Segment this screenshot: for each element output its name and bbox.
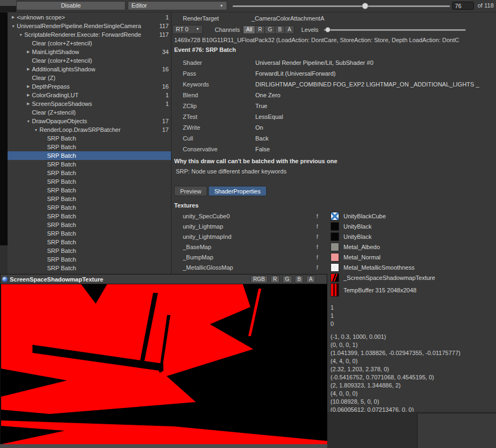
texture-row: _MetallicGlossMapfMetal_MetallicSmoothne… — [171, 262, 496, 272]
levels-slider[interactable] — [324, 29, 466, 31]
frame-slider-thumb[interactable] — [362, 3, 368, 9]
foldout-expanded-icon[interactable]: ▼ — [10, 24, 17, 28]
preview-titlebar: ScreenSpaceShadowmapTexture RGBRGBA — [1, 275, 327, 284]
tree-item-label: SRP Batch — [47, 230, 76, 237]
editor-dropdown[interactable]: Editor ▼ — [128, 1, 227, 10]
preview-channel-g-button[interactable]: G — [282, 276, 292, 283]
channel-g-button[interactable]: G — [265, 25, 275, 34]
tree-item-label: SRP Batch — [47, 170, 76, 176]
batch-break-reason: SRP: Node use different shader keywords — [176, 168, 287, 175]
tree-item[interactable]: SRP Batch — [8, 246, 171, 255]
tree-item-count: 16 — [158, 66, 169, 72]
tree-item[interactable]: SRP Batch — [8, 143, 171, 151]
texture-name: Metal_Normal — [343, 254, 380, 260]
foldout-expanded-icon[interactable]: ▼ — [25, 119, 32, 123]
tree-item[interactable]: SRP Batch — [8, 169, 171, 177]
tree-item[interactable]: SRP Batch — [8, 220, 171, 229]
texture-thumbnail-icon[interactable] — [330, 232, 339, 241]
tree-item[interactable]: SRP Batch — [8, 203, 171, 212]
foldout-collapsed-icon[interactable]: ▶ — [25, 93, 32, 97]
preview-channel-rgb-button[interactable]: RGB — [250, 276, 268, 283]
channel-b-button[interactable]: B — [275, 25, 285, 34]
foldout-collapsed-icon[interactable]: ▶ — [25, 50, 32, 54]
texture-preview-window: ScreenSpaceShadowmapTexture RGBRGBA — [0, 274, 327, 444]
rt-dropdown[interactable]: RT 0 ▼ — [173, 25, 203, 34]
foldout-collapsed-icon[interactable]: ▶ — [10, 15, 17, 19]
tree-item-label: Clear (Z+stencil) — [32, 109, 76, 116]
texture-thumbnail-icon[interactable] — [330, 273, 339, 282]
texture-flag: f — [316, 233, 330, 240]
texture-thumbnail-icon[interactable] — [330, 243, 339, 251]
tree-item[interactable]: Clear (Z) — [8, 73, 171, 82]
levels-label: Levels — [301, 26, 319, 33]
tree-item[interactable]: ▶<unknown scope>1 — [8, 13, 171, 22]
frame-number-input[interactable] — [452, 2, 474, 10]
foldout-expanded-icon[interactable]: ▼ — [32, 128, 39, 132]
preview-content — [1, 284, 327, 444]
texture-thumbnail-icon[interactable] — [330, 212, 339, 220]
property-name: Pass — [183, 70, 255, 77]
tree-item[interactable]: ▼UniversalRenderPipeline.RenderSingleCam… — [8, 22, 171, 30]
tree-item-label: SRP Batch — [47, 256, 76, 263]
tree-item[interactable]: SRP Batch — [8, 186, 171, 195]
tree-item[interactable]: ▼ScriptableRenderer.Execute: ForwardRend… — [8, 30, 171, 39]
texture-thumbnail-icon[interactable] — [330, 283, 339, 297]
tree-item[interactable]: ▶MainLightShadow34 — [8, 48, 171, 56]
frame-slider[interactable] — [233, 5, 450, 7]
texture-thumbnail-icon[interactable] — [330, 253, 339, 262]
texture-thumbnail-icon[interactable] — [330, 222, 339, 231]
property-value: Universal Render Pipeline/Lit, SubShader… — [255, 59, 496, 66]
tree-item[interactable]: SRP Batch — [8, 134, 171, 143]
preview-channel-a-button[interactable]: A — [306, 276, 315, 283]
tree-item-label: SRP Batch — [47, 161, 76, 168]
vector-value: (2, 1.809323, 1.344886, 2) — [330, 382, 460, 390]
tree-item[interactable]: ▶ScreenSpaceShadows1 — [8, 99, 171, 108]
texture-name: Metal_Albedo — [343, 244, 380, 250]
tab-preview[interactable]: Preview — [174, 186, 207, 196]
channel-a-button[interactable]: A — [285, 25, 295, 34]
tree-item[interactable]: Clear (color+Z+stencil) — [8, 39, 171, 48]
property-row: ConservativeFalse — [171, 144, 496, 155]
channel-r-button[interactable]: R — [255, 25, 265, 34]
texture-thumbnail-icon[interactable] — [330, 263, 339, 272]
tree-item[interactable]: SRP Batch — [8, 160, 171, 169]
tree-item[interactable]: ▼DrawOpaqueObjects17 — [8, 117, 171, 125]
tree-item[interactable]: SRP Batch — [8, 195, 171, 203]
foldout-collapsed-icon[interactable]: ▶ — [25, 84, 32, 89]
buffer-info: 1469x728 B10G11R11_UFloatPack32 (LoadAct… — [174, 37, 495, 43]
channel-all-button[interactable]: All — [243, 25, 255, 34]
levels-slider-thumb[interactable] — [325, 27, 330, 32]
preview-channel-r-button[interactable]: R — [270, 276, 280, 283]
tree-item-label: Clear (color+Z+stencil) — [32, 40, 92, 46]
tree-item[interactable]: Clear (Z+stencil) — [8, 108, 171, 117]
tree-item[interactable]: ▼RenderLoop.DrawSRPBatcher17 — [8, 125, 171, 134]
tree-item[interactable]: SRP Batch — [8, 212, 171, 220]
tree-item[interactable]: SRP Batch — [8, 264, 171, 272]
disable-button[interactable]: Disable — [16, 1, 125, 10]
tree-item[interactable]: SRP Batch — [8, 229, 171, 238]
tab-shaderproperties[interactable]: ShaderProperties — [208, 186, 267, 196]
tree-item[interactable]: SRP Batch — [8, 177, 171, 186]
tree-item[interactable]: ▶AdditionalLightsShadow16 — [8, 65, 171, 73]
foldout-expanded-icon[interactable]: ▼ — [17, 33, 24, 37]
property-name: ZWrite — [183, 124, 255, 131]
tree-item-label: RenderLoop.DrawSRPBatcher — [39, 126, 121, 133]
tree-item[interactable]: Clear (color+Z+stencil) — [8, 56, 171, 65]
render-target-value: _CameraColorAttachmentA — [252, 15, 325, 22]
foldout-collapsed-icon[interactable]: ▶ — [25, 67, 32, 71]
preview-channel-b-button[interactable]: B — [295, 276, 304, 283]
tree-item-label: AdditionalLightsShadow — [32, 66, 95, 72]
tree-item[interactable]: SRP Batch — [8, 151, 171, 160]
property-value: LessEqual — [255, 113, 496, 120]
event-tree: ▶<unknown scope>1▼UniversalRenderPipelin… — [8, 12, 171, 274]
property-value: True — [255, 103, 496, 109]
window-edge-fragment-dark — [0, 6, 16, 12]
shadowmap-preview-image — [1, 284, 327, 444]
foldout-collapsed-icon[interactable]: ▶ — [25, 102, 32, 106]
tree-item[interactable]: SRP Batch — [8, 255, 171, 264]
texture-flag: f — [316, 264, 330, 271]
tree-item-count: 17 — [158, 126, 169, 133]
tree-item[interactable]: ▶DepthPrepass16 — [8, 82, 171, 91]
tree-item[interactable]: SRP Batch — [8, 238, 171, 246]
tree-item[interactable]: ▶ColorGradingLUT1 — [8, 91, 171, 99]
